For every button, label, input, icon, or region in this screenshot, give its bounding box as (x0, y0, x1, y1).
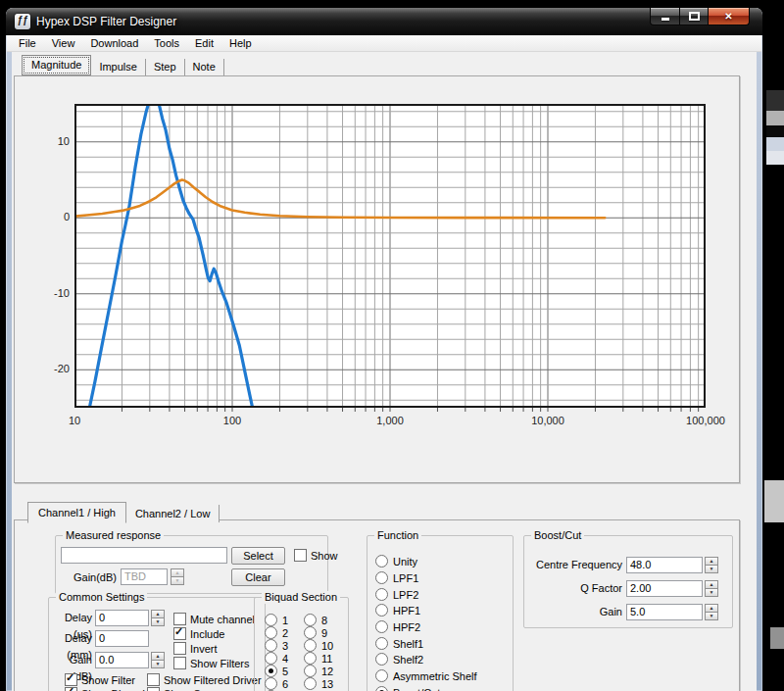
menu-download[interactable]: Download (82, 36, 146, 50)
spin-up-icon[interactable]: ▲ (151, 652, 165, 661)
include-checkbox[interactable]: Include (173, 627, 224, 640)
radio-icon (304, 677, 317, 690)
select-button[interactable]: Select (231, 547, 285, 565)
measured-gain-spinner[interactable]: ▲ ▼ (171, 568, 184, 585)
gain-spinner[interactable]: ▲ ▼ (705, 604, 718, 620)
invert-checkbox[interactable]: Invert (173, 642, 218, 655)
spin-down-icon[interactable]: ▼ (705, 566, 718, 573)
menu-view[interactable]: View (44, 36, 83, 50)
show-sum-checkbox[interactable]: Show Sum (147, 687, 216, 691)
spin-down-icon[interactable]: ▼ (151, 661, 165, 668)
show-filters-checkbox[interactable]: Show Filters (173, 657, 250, 669)
client-area: Magnitude Impulse Step Note 101001,00010… (12, 52, 757, 691)
menu-edit[interactable]: Edit (187, 36, 221, 50)
delay-mm-value[interactable]: 0 (95, 630, 149, 647)
minimize-button[interactable] (650, 8, 680, 25)
function-option-shelf2[interactable]: Shelf2 (375, 653, 423, 666)
function-option-shelf1[interactable]: Shelf1 (375, 637, 423, 650)
desktop-artifact (770, 627, 784, 649)
biquad-option-11[interactable]: 11 (304, 652, 332, 665)
spin-down-icon[interactable]: ▼ (151, 618, 165, 626)
function-option-hpf2[interactable]: HPF2 (375, 620, 420, 633)
radio-label: 13 (321, 678, 333, 690)
maximize-button[interactable] (680, 8, 708, 25)
gain-db-value[interactable]: 0.0 (95, 652, 149, 668)
delay-us-spinner[interactable]: ▲ ▼ (151, 610, 165, 626)
function-option-unity[interactable]: Unity (375, 555, 417, 568)
checkbox-label: Show Sum (164, 688, 216, 691)
spin-down-icon[interactable]: ▼ (705, 613, 718, 620)
tab-channel1-high[interactable]: Channel1 / High (27, 502, 126, 523)
gain-db-spinner[interactable]: ▲ ▼ (151, 652, 165, 668)
spin-up-icon[interactable]: ▲ (705, 557, 718, 566)
spin-up-icon[interactable]: ▲ (151, 610, 165, 618)
titlebar[interactable]: ƒƒ Hypex DSP Filter Designer ✕ (6, 8, 762, 35)
biquad-option-10[interactable]: 10 (304, 639, 333, 652)
radio-icon (265, 665, 277, 677)
spin-up-icon[interactable]: ▲ (705, 580, 718, 589)
radio-icon (304, 614, 317, 626)
biquad-option-1[interactable]: 1 (265, 614, 288, 626)
magnitude-plot-svg (74, 104, 706, 414)
biquad-option-12[interactable]: 12 (304, 665, 333, 677)
channel-tab-strip: Channel1 / High Channel2 / Low (27, 502, 220, 522)
biquad-option-6[interactable]: 6 (265, 677, 288, 690)
biquad-section-group: Biquad Section 1 2 3 4 5 6 7 8 9 10 11 1… (254, 597, 349, 691)
menu-help[interactable]: Help (221, 36, 260, 50)
biquad-option-13[interactable]: 13 (304, 677, 333, 690)
tab-step[interactable]: Step (146, 59, 185, 75)
close-button[interactable]: ✕ (708, 8, 750, 25)
spin-up-icon[interactable]: ▲ (171, 568, 184, 577)
y-tick-label: 0 (34, 211, 70, 222)
radio-icon (375, 620, 388, 633)
biquad-option-5[interactable]: 5 (265, 665, 288, 677)
magnitude-page: 101001,00010,000100,000100-10-20 (14, 75, 740, 483)
checkbox-label: Show Filter (81, 674, 135, 686)
mute-channel-checkbox[interactable]: Mute channel (173, 613, 255, 625)
biquad-option-9[interactable]: 9 (304, 626, 327, 639)
radio-label: Shelf1 (393, 638, 423, 650)
biquad-option-8[interactable]: 8 (304, 614, 327, 626)
maximize-icon (689, 12, 700, 21)
clear-button[interactable]: Clear (231, 568, 285, 586)
biquad-option-3[interactable]: 3 (265, 639, 288, 652)
spin-down-icon[interactable]: ▼ (705, 589, 718, 597)
boost-cut-group: Boost/Cut Centre Frequency 48.0 ▲ ▼ Q Fa… (523, 535, 733, 628)
gain-db-label: Gain(dB) (58, 569, 117, 586)
spin-up-icon[interactable]: ▲ (705, 604, 718, 613)
centre-frequency-value[interactable]: 48.0 (626, 557, 703, 573)
biquad-option-4[interactable]: 4 (265, 652, 288, 665)
radio-label: Unity (393, 556, 417, 568)
function-option-lpf2[interactable]: LPF2 (375, 588, 418, 601)
menu-file[interactable]: File (11, 36, 44, 50)
group-label: Measured response (63, 529, 164, 542)
measured-response-input[interactable] (61, 547, 227, 564)
function-option-lpf1[interactable]: LPF1 (375, 571, 418, 584)
checkbox-label: Include (190, 628, 224, 640)
show-filter-checkbox[interactable]: Show Filter (65, 673, 135, 686)
biquad-option-2[interactable]: 2 (265, 626, 288, 639)
radio-label: 12 (321, 666, 333, 677)
gain-value[interactable]: 5.0 (626, 604, 703, 620)
radio-label: LPF1 (393, 572, 418, 584)
q-factor-spinner[interactable]: ▲ ▼ (705, 580, 718, 597)
tab-impulse[interactable]: Impulse (91, 59, 146, 75)
delay-us-value[interactable]: 0 (95, 610, 149, 626)
function-option-boost-cut[interactable]: Boost/Cut (375, 686, 440, 691)
function-option-hpf1[interactable]: HPF1 (375, 604, 420, 617)
tab-channel2-low[interactable]: Channel2 / Low (126, 505, 220, 522)
q-factor-value[interactable]: 2.00 (626, 580, 703, 597)
centre-frequency-spinner[interactable]: ▲ ▼ (705, 557, 718, 573)
function-option-asymmetric-shelf[interactable]: Asymmetric Shelf (375, 669, 477, 682)
measured-gain-value[interactable]: TBD (121, 568, 168, 585)
menu-tools[interactable]: Tools (146, 36, 187, 50)
radio-label: 10 (321, 640, 333, 652)
show-filtered-driver-checkbox[interactable]: Show Filtered Driver (147, 673, 262, 686)
spin-down-icon[interactable]: ▼ (171, 577, 184, 585)
show-biquad-checkbox[interactable]: Show Biquad (65, 687, 145, 691)
show-checkbox[interactable]: Show (294, 549, 338, 562)
radio-icon (304, 652, 317, 665)
tab-note[interactable]: Note (185, 59, 224, 75)
radio-label: HPF2 (393, 621, 420, 633)
tab-magnitude[interactable]: Magnitude (22, 55, 91, 75)
